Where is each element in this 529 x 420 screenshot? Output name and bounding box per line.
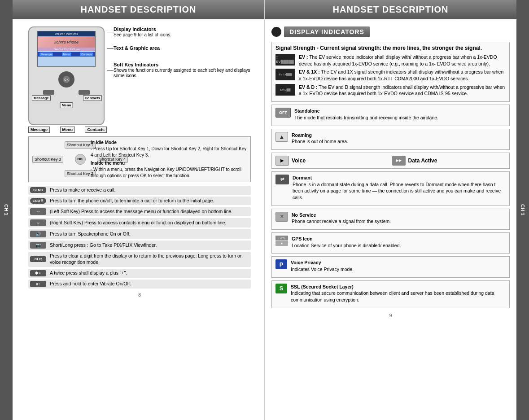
left-page: CH 1 HANDSET DESCRIPTION Verizon Wireles… — [0, 0, 265, 420]
phone-image: Verizon Wireless John's Phone Thu Oct 23… — [28, 26, 105, 125]
hash-row: #↑ Press and hold to enter Vibrate On/Of… — [28, 280, 251, 289]
phone-diagram: Verizon Wireless John's Phone Thu Oct 23… — [28, 26, 251, 133]
soft-key-indicators-label: Soft Key Indicators Shows the functions … — [114, 62, 251, 78]
roaming-section: ▲ Roaming Phone is out of home area. — [271, 129, 510, 150]
no-service-section: ✕ No Service Phone cannot receive a sign… — [271, 209, 510, 230]
shortcut-key-3: Shortcut Key 3 — [32, 156, 63, 163]
roaming-text: Roaming Phone is out of home area. — [292, 132, 348, 145]
speaker-icon: 🔊 — [30, 231, 46, 237]
no-service-row: ✕ No Service Phone cannot receive a sign… — [275, 212, 506, 225]
button-list: SEND Press to make or receive a call. EN… — [28, 186, 251, 289]
dormant-row: ⇌ Dormant Phone is in a dormant state du… — [275, 175, 506, 201]
ev1x-row: EV 1x▓▓▓ EV & 1X : The EV and 1X signal … — [275, 69, 506, 82]
gps-section: GPS ▼ GPS Icon Location Service of your … — [271, 232, 510, 254]
data-col: ▶▶ Data Active — [392, 156, 506, 166]
star-description: A twice press shall display a plus "+". — [50, 270, 127, 276]
key-description-text: In Idle Mode - Press Up for Shortcut Key… — [91, 140, 247, 179]
right-section-header: HANDSET DESCRIPTION — [265, 0, 516, 19]
signal-strength-title: Signal Strength - Current signal strengt… — [275, 45, 506, 51]
no-service-icon: ✕ — [275, 212, 288, 222]
standalone-text: Standalone The mode that restricts trans… — [294, 108, 438, 121]
di-label: DISPLAY INDICATORS — [284, 26, 370, 37]
evd-icon: EV D▓▓ — [275, 84, 295, 96]
signal-strength-section: Signal Strength - Current signal strengt… — [271, 42, 510, 102]
gps-text: GPS Icon Location Service of your phone … — [292, 236, 401, 249]
roaming-row: ▲ Roaming Phone is out of home area. — [275, 132, 506, 145]
voice-icon: ▶ — [275, 156, 289, 166]
right-soft-description: (Right Soft Key) Press to access contact… — [50, 220, 226, 226]
send-icon: SEND — [30, 187, 46, 193]
contacts-label: Contacts — [83, 95, 102, 101]
dormant-section: ⇌ Dormant Phone is in a dormant state du… — [271, 171, 510, 206]
ok-button[interactable]: OK — [63, 76, 70, 83]
right-chapter-tab: CH 1 — [520, 204, 525, 215]
bottom-menu-label: Menu — [60, 127, 75, 133]
speaker-row: 🔊 Press to turn Speakerphone On or Off. — [28, 229, 251, 239]
ssl-row: S SSL (Secured Socket Layer) Indicating … — [275, 284, 506, 303]
star-icon: ✱+ — [30, 270, 46, 276]
evd-text: EV & D : The EV and D signal strength in… — [299, 84, 506, 97]
standalone-row: OFF Standalone The mode that restricts t… — [275, 108, 506, 121]
ssl-icon: S — [275, 284, 287, 293]
nav-ring[interactable]: OK — [58, 71, 74, 88]
ssl-section: S SSL (Secured Socket Layer) Indicating … — [271, 280, 510, 308]
screen-contacts-btn: Contacts — [80, 52, 93, 56]
ev-row: T EV▓▓▓▓▓ EV : The EV service mode indic… — [275, 54, 506, 67]
star-row: ✱+ A twice press shall display a plus "+… — [28, 269, 251, 278]
left-soft-key-btn[interactable] — [43, 90, 54, 95]
left-soft-icon: ⌣ — [30, 208, 46, 215]
roaming-icon: ▲ — [275, 132, 288, 142]
screen-name: John's Phone — [38, 36, 95, 48]
gps-icon: GPS ▼ — [275, 236, 288, 246]
send-description: Press to make or receive a call. — [50, 187, 115, 193]
voice-data-section: ▶ Voice ▶▶ Data Active — [271, 153, 510, 169]
evd-row: EV D▓▓ EV & D : The EV and D signal stre… — [275, 84, 506, 97]
screen-carrier: Verizon Wireless — [38, 31, 95, 36]
left-page-number: 8 — [28, 290, 251, 299]
data-active-icon: ▶▶ — [392, 156, 406, 166]
data-active-label: Data Active — [408, 158, 437, 164]
dormant-text: Dormant Phone is in a dormant state duri… — [293, 175, 506, 201]
camera-row: 📷 Short/Long press : Go to Take PIX/FLIX… — [28, 241, 251, 250]
voice-privacy-section: P Voice Privacy Indicates Voice Privacy … — [271, 256, 510, 277]
shortcut-key-grid: Shortcut Key 1 Shortcut Key 3 OK Shortcu… — [32, 140, 86, 179]
screen-softkeys: Message Menu Contacts — [38, 52, 95, 57]
end-icon: END⭘ — [30, 198, 46, 204]
bottom-message-label: Message — [28, 127, 50, 133]
display-indicators-label: Display Indicators See page 9 for a list… — [114, 26, 251, 37]
end-button-row: END⭘ Press to turn the phone on/off, to … — [28, 197, 251, 206]
screen-date: Thu Oct 23, 12:45 pm — [38, 48, 95, 51]
display-indicators-header: DISPLAY INDICATORS — [271, 26, 510, 37]
voice-col: ▶ Voice — [275, 156, 389, 166]
camera-description: Short/Long press : Go to Take PIX/FLIX V… — [50, 242, 157, 249]
no-service-text: No Service Phone cannot receive a signal… — [292, 212, 391, 225]
voice-privacy-text: Voice Privacy Indicates Voice Privacy mo… — [291, 259, 354, 272]
left-section-header: HANDSET DESCRIPTION — [13, 0, 264, 19]
screen-message-btn: Message — [39, 52, 53, 56]
right-soft-icon: ⌣ — [30, 219, 46, 226]
right-soft-row: ⌣ (Right Soft Key) Press to access conta… — [28, 218, 251, 228]
standalone-section: OFF Standalone The mode that restricts t… — [271, 105, 510, 126]
voice-privacy-row: P Voice Privacy Indicates Voice Privacy … — [275, 259, 506, 272]
ok-btn-diagram: OK — [75, 154, 86, 165]
dormant-icon: ⇌ — [275, 175, 289, 184]
screen-menu-btn: Menu — [62, 52, 71, 56]
hash-description: Press and hold to enter Vibrate On/Off. — [50, 281, 131, 287]
ev1x-text: EV & 1X : The EV and 1X signal strength … — [299, 69, 506, 82]
menu-label: Menu — [60, 102, 73, 108]
soft-key-row — [29, 89, 104, 96]
left-soft-row: ⌣ (Left Soft Key) Press to access the me… — [28, 207, 251, 216]
diagram-labels: Display Indicators See page 9 for a list… — [107, 26, 251, 133]
right-page-number: 9 — [271, 311, 510, 320]
di-circle — [271, 27, 281, 37]
standalone-icon: OFF — [275, 108, 291, 118]
voice-data-row: ▶ Voice ▶▶ Data Active — [275, 156, 506, 166]
left-soft-description: (Left Soft Key) Press to access the mess… — [50, 209, 232, 215]
phone-screen: Verizon Wireless John's Phone Thu Oct 23… — [37, 31, 96, 67]
camera-icon: 📷 — [30, 242, 46, 249]
voice-label: Voice — [292, 158, 306, 164]
text-graphic-label: Text & Graphic area — [114, 45, 251, 51]
right-soft-key-btn[interactable] — [79, 90, 90, 95]
voice-privacy-icon: P — [275, 259, 287, 269]
key-description-box: Shortcut Key 1 Shortcut Key 3 OK Shortcu… — [28, 136, 251, 182]
